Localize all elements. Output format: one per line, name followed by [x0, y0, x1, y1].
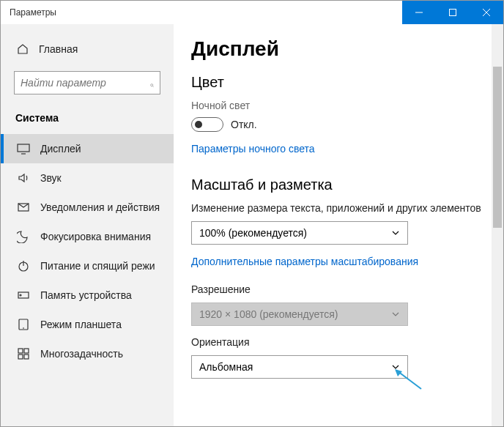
toggle-state: Откл.: [231, 119, 257, 130]
dropdown-value: 100% (рекомендуется): [199, 227, 307, 239]
svg-line-5: [152, 86, 153, 86]
search-box[interactable]: [14, 71, 160, 94]
category-heading: Система: [1, 108, 174, 134]
window-title: Параметры: [10, 7, 402, 18]
titlebar: Параметры: [1, 1, 503, 24]
chevron-down-icon: [391, 229, 400, 237]
svg-rect-15: [18, 349, 23, 353]
window-controls: [402, 1, 503, 24]
minimize-button[interactable]: [402, 1, 436, 24]
search-icon: [150, 77, 154, 89]
svg-point-4: [151, 84, 153, 86]
nav-notifications[interactable]: Уведомления и действия: [1, 193, 174, 222]
orientation-label: Ориентация: [191, 336, 503, 348]
nav-multitasking[interactable]: Многозадачность: [1, 339, 174, 368]
resolution-dropdown[interactable]: 1920 × 1080 (рекомендуется): [191, 302, 408, 326]
tablet-icon: [17, 318, 30, 331]
scroll-thumb[interactable]: [493, 67, 502, 228]
notifications-icon: [17, 201, 30, 214]
nav-display[interactable]: Дисплей: [1, 134, 174, 163]
nav-label: Звук: [40, 172, 62, 184]
scale-section: Масштаб и разметка Изменение размера тек…: [191, 177, 503, 379]
nav-sound[interactable]: Звук: [1, 163, 174, 193]
scale-heading: Масштаб и разметка: [191, 177, 503, 193]
chevron-down-icon: [391, 363, 400, 371]
orientation-dropdown[interactable]: Альбомная: [191, 355, 408, 379]
sound-icon: [17, 171, 30, 185]
svg-rect-16: [24, 349, 29, 353]
chevron-down-icon: [391, 310, 400, 319]
page-title: Дисплей: [191, 37, 503, 61]
nav-storage[interactable]: Память устройства: [1, 281, 174, 310]
nav-label: Фокусировка внимания: [40, 231, 151, 242]
nav-tablet[interactable]: Режим планшета: [1, 310, 174, 339]
dropdown-value: Альбомная: [199, 361, 253, 373]
search-input[interactable]: [21, 77, 150, 89]
maximize-button[interactable]: [436, 1, 470, 24]
multitasking-icon: [17, 347, 30, 360]
toggle-track: [191, 117, 223, 132]
svg-rect-18: [24, 354, 29, 359]
svg-rect-1: [450, 10, 456, 16]
nav-power[interactable]: Питание и спящий режи: [1, 251, 174, 281]
main-content: Дисплей Цвет Ночной свет Откл. Параметры…: [174, 24, 503, 426]
close-button[interactable]: [470, 1, 503, 24]
color-heading: Цвет: [191, 74, 503, 91]
display-icon: [17, 142, 30, 155]
resolution-label: Разрешение: [191, 283, 503, 295]
nav-label: Режим планшета: [40, 319, 122, 330]
nav-label: Память устройства: [40, 289, 132, 301]
home-icon: [17, 43, 29, 55]
storage-icon: [17, 289, 30, 302]
focus-icon: [17, 230, 30, 243]
home-label: Главная: [39, 43, 78, 55]
svg-point-12: [20, 294, 21, 296]
nav-label: Дисплей: [40, 143, 81, 155]
svg-rect-6: [18, 144, 29, 152]
dropdown-value: 1920 × 1080 (рекомендуется): [199, 308, 338, 320]
advanced-scaling-link[interactable]: Дополнительные параметры масштабирования: [191, 256, 418, 267]
scrollbar[interactable]: [492, 24, 503, 426]
nav-label: Уведомления и действия: [40, 201, 160, 213]
night-light-toggle[interactable]: Откл.: [191, 117, 503, 132]
color-section: Цвет Ночной свет Откл. Параметры ночного…: [191, 74, 503, 157]
nav-label: Питание и спящий режи: [40, 260, 155, 272]
sidebar: Главная Система Дисплей Звук Уведомления…: [1, 24, 174, 426]
power-icon: [17, 259, 30, 272]
text-size-dropdown[interactable]: 100% (рекомендуется): [191, 221, 408, 245]
nav-label: Многозадачность: [40, 348, 123, 360]
nav-focus[interactable]: Фокусировка внимания: [1, 222, 174, 251]
night-light-label: Ночной свет: [191, 100, 503, 111]
night-light-settings-link[interactable]: Параметры ночного света: [191, 143, 315, 155]
text-size-label: Изменение размера текста, приложений и д…: [191, 202, 503, 214]
home-nav[interactable]: Главная: [1, 37, 174, 61]
svg-rect-17: [18, 354, 23, 359]
